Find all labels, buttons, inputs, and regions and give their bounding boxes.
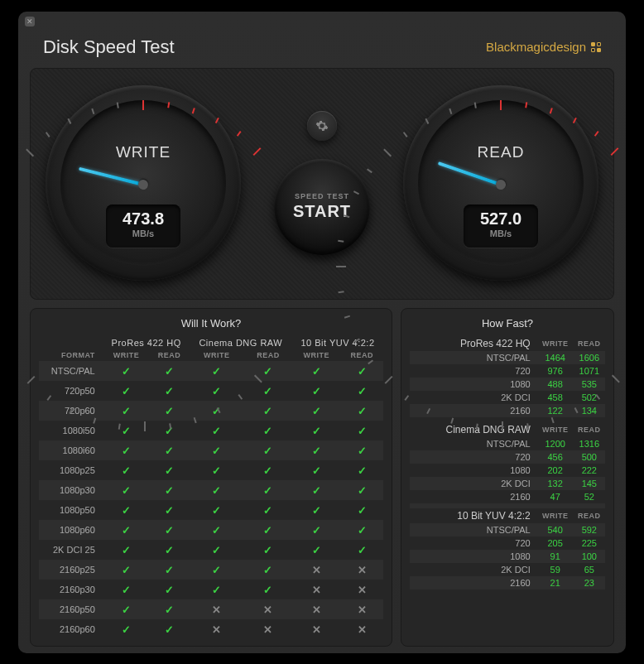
- check-icon: ✓: [103, 460, 149, 480]
- format-label: 2K DCI: [410, 391, 537, 404]
- brand-text: Blackmagicdesign: [486, 40, 586, 54]
- how-fast-title: How Fast?: [410, 317, 605, 330]
- check-icon: ✓: [103, 540, 149, 560]
- table-row: NTSC/PAL14641606: [410, 351, 605, 364]
- cross-icon: ✕: [244, 599, 292, 619]
- check-icon: ✓: [149, 480, 189, 500]
- settings-button[interactable]: [307, 111, 337, 141]
- start-big-label: START: [293, 202, 351, 221]
- check-icon: ✓: [103, 421, 149, 440]
- check-icon: ✓: [244, 381, 292, 401]
- check-icon: ✓: [244, 460, 292, 480]
- close-button[interactable]: ✕: [25, 17, 35, 26]
- check-icon: ✓: [190, 560, 244, 580]
- read-value: 502: [574, 391, 605, 404]
- check-icon: ✓: [292, 540, 341, 560]
- check-icon: ✓: [190, 401, 244, 421]
- write-value: 91: [537, 550, 574, 563]
- check-icon: ✓: [341, 440, 383, 460]
- check-icon: ✓: [341, 540, 383, 560]
- check-icon: ✓: [292, 401, 341, 421]
- gauges-panel: WRITE 473.8 MB/s SPEED TEST START READ: [30, 68, 614, 300]
- format-label: NTSC/PAL: [410, 437, 537, 450]
- check-icon: ✓: [244, 580, 292, 599]
- check-icon: ✓: [190, 520, 244, 540]
- center-controls: SPEED TEST START: [274, 111, 370, 255]
- check-icon: ✓: [149, 460, 189, 480]
- col-write: WRITE: [537, 336, 574, 351]
- gear-icon: [315, 119, 329, 132]
- check-icon: ✓: [149, 381, 189, 401]
- check-icon: ✓: [103, 401, 149, 421]
- check-icon: ✓: [190, 460, 244, 480]
- format-label: 720: [410, 364, 537, 378]
- read-gauge: READ 527.0 MB/s: [403, 85, 598, 281]
- table-row: 2K DCI458502: [410, 391, 605, 404]
- cross-icon: ✕: [190, 619, 244, 639]
- check-icon: ✓: [341, 421, 383, 440]
- titlebar: ✕: [18, 12, 626, 22]
- check-icon: ✓: [190, 500, 244, 520]
- format-label: 1080p25: [39, 460, 103, 480]
- table-row: 21604752: [410, 490, 605, 503]
- codec-label: Cinema DNG RAW: [410, 422, 537, 437]
- write-gauge: WRITE 473.8 MB/s: [46, 85, 241, 281]
- write-value: 1200: [537, 437, 574, 450]
- table-row: 7209761071: [410, 364, 605, 378]
- write-value: 21: [537, 576, 574, 589]
- check-icon: ✓: [149, 560, 189, 580]
- read-value: 1071: [574, 364, 605, 378]
- write-unit: MB/s: [106, 229, 180, 238]
- format-label: 2K DCI 25: [39, 540, 103, 560]
- check-icon: ✓: [149, 540, 189, 560]
- table-row: 21602123: [410, 576, 605, 589]
- check-icon: ✓: [103, 580, 149, 599]
- write-value: 976: [537, 364, 574, 378]
- format-label: 2160p60: [39, 619, 103, 639]
- write-value: 122: [537, 404, 574, 417]
- format-label: NTSC/PAL: [410, 523, 537, 536]
- format-label: 2160: [410, 490, 537, 503]
- cross-icon: ✕: [341, 599, 383, 619]
- check-icon: ✓: [103, 381, 149, 401]
- format-label: 2K DCI: [410, 477, 537, 490]
- check-icon: ✓: [190, 540, 244, 560]
- format-header: FORMAT: [39, 349, 103, 361]
- check-icon: ✓: [103, 440, 149, 460]
- check-icon: ✓: [190, 361, 244, 381]
- check-icon: ✓: [190, 580, 244, 599]
- cross-icon: ✕: [190, 599, 244, 619]
- check-icon: ✓: [341, 520, 383, 540]
- table-row: 720p60✓✓✓✓✓✓: [39, 401, 383, 421]
- check-icon: ✓: [292, 480, 341, 500]
- will-it-work-table: ProRes 422 HQ Cinema DNG RAW 10 Bit YUV …: [39, 336, 383, 639]
- table-row: 720205225: [410, 536, 605, 550]
- read-value: 592: [574, 523, 605, 536]
- check-icon: ✓: [341, 480, 383, 500]
- read-value: 1316: [574, 437, 605, 450]
- table-row: 2160p60✓✓✕✕✕✕: [39, 619, 383, 639]
- app-window: ✕ Disk Speed Test Blackmagicdesign WRITE…: [18, 12, 626, 653]
- check-icon: ✓: [341, 460, 383, 480]
- format-label: 1080: [410, 550, 537, 563]
- start-small-label: SPEED TEST: [295, 192, 349, 200]
- table-row: 1080p60✓✓✓✓✓✓: [39, 520, 383, 540]
- check-icon: ✓: [103, 619, 149, 639]
- table-row: NTSC/PAL12001316: [410, 437, 605, 450]
- header: Disk Speed Test Blackmagicdesign: [18, 22, 626, 68]
- check-icon: ✓: [103, 599, 149, 619]
- codec-header-0: ProRes 422 HQ: [103, 336, 190, 349]
- check-icon: ✓: [149, 520, 189, 540]
- read-unit: MB/s: [464, 229, 538, 238]
- read-value: 145: [574, 477, 605, 490]
- check-icon: ✓: [244, 520, 292, 540]
- check-icon: ✓: [149, 619, 189, 639]
- col-read: READ: [574, 508, 605, 523]
- table-row: 1080i60✓✓✓✓✓✓: [39, 440, 383, 460]
- start-button[interactable]: SPEED TEST START: [274, 159, 370, 255]
- read-gauge-label: READ: [418, 143, 584, 161]
- format-label: 2160p25: [39, 560, 103, 580]
- check-icon: ✓: [292, 361, 341, 381]
- format-label: 1080: [410, 464, 537, 477]
- app-title: Disk Speed Test: [43, 36, 175, 58]
